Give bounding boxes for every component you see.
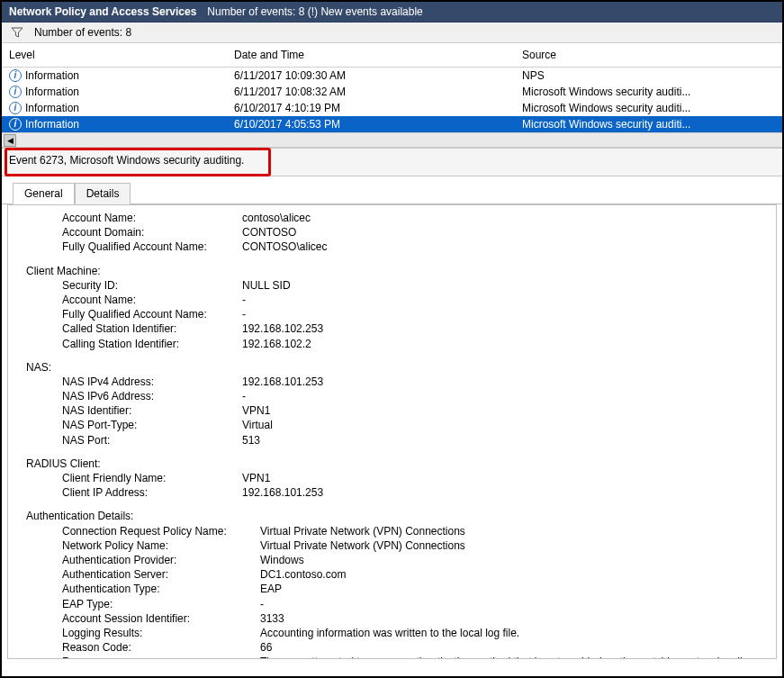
detail-key: Authentication Server: (62, 567, 260, 582)
detail-row: Called Station Identifier:192.168.102.25… (26, 321, 758, 336)
cell-source: Microsoft Windows security auditi... (522, 118, 775, 131)
table-row[interactable]: iInformation6/10/2017 4:10:19 PMMicrosof… (2, 100, 782, 116)
event-details-pane[interactable]: Account Name:contoso\alicecAccount Domai… (7, 204, 777, 659)
section-auth: Authentication Details: (26, 509, 758, 523)
detail-key: Network Policy Name: (62, 538, 260, 553)
cell-level: Information (25, 69, 79, 82)
cell-date: 6/10/2017 4:10:19 PM (234, 102, 522, 114)
detail-key: Reason: (62, 655, 260, 659)
detail-key: NAS Identifier: (62, 403, 242, 418)
detail-value: - (242, 389, 758, 403)
detail-row: Authentication Type:EAP (26, 582, 758, 596)
title-bar: Network Policy and Access Services Numbe… (2, 2, 782, 23)
detail-row: Client Friendly Name:VPN1 (26, 471, 758, 485)
detail-row: Security ID:NULL SID (26, 278, 758, 293)
col-header-level[interactable]: Level (9, 49, 234, 61)
detail-row: Authentication Provider:Windows (26, 553, 758, 567)
detail-row: Fully Qualified Account Name:- (26, 307, 758, 321)
detail-key: NAS IPv6 Address: (62, 389, 242, 403)
detail-row: Logging Results:Accounting information w… (26, 626, 758, 640)
col-header-date[interactable]: Date and Time (234, 49, 522, 61)
tab-general[interactable]: General (13, 183, 75, 204)
detail-value: 513 (242, 433, 758, 447)
section-nas: NAS: (26, 360, 758, 375)
detail-value: DC1.contoso.com (260, 567, 758, 582)
detail-key: Calling Station Identifier: (62, 337, 242, 351)
filter-bar: Number of events: 8 (2, 23, 782, 43)
detail-row: NAS Port-Type:Virtual (26, 418, 758, 432)
detail-value: NULL SID (242, 278, 758, 293)
detail-key: Fully Qualified Account Name: (62, 307, 242, 321)
detail-value: 3133 (260, 611, 758, 626)
col-header-source[interactable]: Source (522, 49, 775, 61)
detail-key: Logging Results: (62, 626, 260, 640)
detail-row: Connection Request Policy Name:Virtual P… (26, 524, 758, 538)
section-client-machine: Client Machine: (26, 264, 758, 278)
detail-key: Reason Code: (62, 640, 260, 655)
cell-date: 6/10/2017 4:05:53 PM (234, 118, 522, 131)
tab-details[interactable]: Details (75, 183, 131, 204)
tab-strip: General Details (2, 182, 782, 204)
detail-key: Authentication Provider: (62, 553, 260, 567)
detail-value: 192.168.101.253 (242, 485, 758, 500)
detail-row: NAS IPv6 Address:- (26, 389, 758, 403)
info-icon: i (9, 86, 22, 98)
detail-value: VPN1 (242, 403, 758, 418)
detail-key: Authentication Type: (62, 582, 260, 596)
detail-value: Virtual Private Network (VPN) Connection… (260, 538, 758, 553)
detail-value: Accounting information was written to th… (260, 626, 758, 640)
detail-key: NAS Port-Type: (62, 418, 242, 432)
cell-source: NPS (522, 69, 775, 82)
detail-row: Network Policy Name:Virtual Private Netw… (26, 538, 758, 553)
detail-key: Security ID: (62, 278, 242, 293)
grid-header: Level Date and Time Source (2, 43, 782, 68)
cell-date: 6/11/2017 10:08:32 AM (234, 86, 522, 98)
detail-key: Account Session Identifier: (62, 611, 260, 626)
table-row[interactable]: iInformation6/11/2017 10:09:30 AMNPS (2, 68, 782, 84)
horizontal-scrollbar[interactable]: ◀ (2, 132, 782, 147)
detail-value: The user attempted to use an authenticat… (260, 655, 758, 659)
app-title: Network Policy and Access Services (9, 5, 196, 18)
filter-icon[interactable] (11, 26, 23, 39)
app-subtitle: Number of events: 8 (!) New events avail… (207, 5, 422, 18)
detail-key: NAS Port: (62, 433, 242, 447)
detail-value: Virtual Private Network (VPN) Connection… (260, 524, 758, 538)
detail-row: NAS Port:513 (26, 433, 758, 447)
detail-row: EAP Type:- (26, 597, 758, 611)
detail-row: Calling Station Identifier:192.168.102.2 (26, 337, 758, 351)
detail-value: 192.168.102.2 (242, 337, 758, 351)
detail-row: Account Name:- (26, 293, 758, 307)
detail-value: CONTOSO\alicec (242, 240, 758, 254)
detail-key: Fully Qualified Account Name: (62, 240, 242, 254)
detail-value: 192.168.101.253 (242, 375, 758, 389)
detail-row: Client IP Address:192.168.101.253 (26, 485, 758, 500)
detail-value: 192.168.102.253 (242, 321, 758, 336)
table-row[interactable]: iInformation6/10/2017 4:05:53 PMMicrosof… (2, 116, 782, 132)
detail-value: EAP (260, 582, 758, 596)
detail-row: Authentication Server:DC1.contoso.com (26, 567, 758, 582)
detail-key: Account Name: (62, 293, 242, 307)
detail-key: NAS IPv4 Address: (62, 375, 242, 389)
detail-row: NAS IPv4 Address:192.168.101.253 (26, 375, 758, 389)
info-icon: i (9, 69, 22, 82)
scroll-left-icon[interactable]: ◀ (4, 134, 16, 147)
detail-value: Virtual (242, 418, 758, 432)
detail-value: - (242, 293, 758, 307)
detail-value: - (242, 307, 758, 321)
detail-row: Account Domain:CONTOSO (26, 225, 758, 240)
info-icon: i (9, 102, 22, 114)
cell-source: Microsoft Windows security auditi... (522, 102, 775, 114)
detail-key: Client IP Address: (62, 485, 242, 500)
event-caption-bar: Event 6273, Microsoft Windows security a… (2, 148, 782, 176)
cell-level: Information (25, 102, 79, 114)
event-count-label: Number of events: 8 (34, 26, 131, 39)
table-row[interactable]: iInformation6/11/2017 10:08:32 AMMicroso… (2, 84, 782, 100)
cell-date: 6/11/2017 10:09:30 AM (234, 69, 522, 82)
cell-level: Information (25, 86, 79, 98)
detail-value: 66 (260, 640, 758, 655)
detail-row: Account Session Identifier:3133 (26, 611, 758, 626)
events-grid: Level Date and Time Source iInformation6… (2, 43, 782, 148)
detail-value: VPN1 (242, 471, 758, 485)
detail-row: Account Name:contoso\alicec (26, 211, 758, 225)
detail-value: CONTOSO (242, 225, 758, 240)
